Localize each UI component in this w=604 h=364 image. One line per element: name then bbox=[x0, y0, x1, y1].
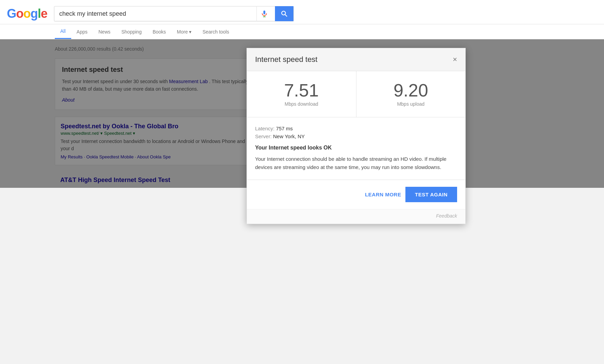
logo-o1: o bbox=[16, 6, 23, 21]
google-logo: Google bbox=[7, 6, 47, 21]
download-cell: 7.51 Mbps download bbox=[247, 71, 356, 117]
server-label: Server: bbox=[255, 133, 272, 139]
modal-title: Internet speed test bbox=[255, 55, 317, 64]
tab-apps[interactable]: Apps bbox=[71, 25, 93, 39]
tab-all[interactable]: All bbox=[55, 24, 71, 39]
logo-o2: o bbox=[23, 6, 30, 21]
nav-tabs: All Apps News Shopping Books More ▾ Sear… bbox=[0, 24, 604, 39]
tab-books[interactable]: Books bbox=[147, 25, 172, 39]
logo-l: l bbox=[38, 6, 41, 21]
modal-header: Internet speed test × bbox=[247, 48, 465, 71]
modal-footer: Feedback bbox=[247, 209, 465, 224]
mic-icon[interactable] bbox=[256, 6, 272, 21]
speed-modal: Internet speed test × 7.51 Mbps download… bbox=[247, 48, 466, 224]
latency-value: 757 ms bbox=[276, 126, 293, 131]
download-speed-value: 7.51 bbox=[254, 81, 349, 99]
latency-line: Latency: 757 ms bbox=[255, 126, 457, 131]
latency-label: Latency: bbox=[255, 126, 275, 131]
upload-cell: 9.20 Mbps upload bbox=[356, 71, 466, 117]
server-line: Server: New York, NY bbox=[255, 133, 457, 139]
header-top: Google bbox=[0, 3, 604, 24]
modal-actions: LEARN MORE TEST AGAIN bbox=[247, 180, 465, 209]
svg-rect-0 bbox=[263, 11, 265, 14]
test-again-button[interactable]: TEST AGAIN bbox=[405, 187, 457, 202]
modal-details: Latency: 757 ms Server: New York, NY You… bbox=[247, 117, 465, 180]
svg-line-4 bbox=[285, 15, 287, 17]
upload-speed-label: Mbps upload bbox=[363, 101, 459, 107]
description-text: Your Internet connection should be able … bbox=[255, 155, 457, 171]
svg-point-3 bbox=[282, 11, 286, 15]
upload-speed-value: 9.20 bbox=[363, 81, 459, 99]
close-button[interactable]: × bbox=[453, 56, 457, 63]
download-speed-label: Mbps download bbox=[254, 101, 349, 107]
tab-search-tools[interactable]: Search tools bbox=[197, 25, 235, 39]
feedback-link[interactable]: Feedback bbox=[436, 213, 457, 219]
learn-more-button[interactable]: LEARN MORE bbox=[365, 192, 401, 197]
tab-shopping[interactable]: Shopping bbox=[116, 25, 147, 39]
server-value: New York, NY bbox=[273, 133, 305, 139]
logo-e: e bbox=[41, 6, 47, 21]
search-bar bbox=[54, 6, 294, 21]
search-input[interactable] bbox=[54, 10, 256, 17]
header: Google All Apps News bbox=[0, 0, 604, 39]
logo-g2: g bbox=[30, 6, 38, 21]
status-message: Your Internet speed looks OK bbox=[255, 145, 457, 151]
search-button[interactable] bbox=[275, 6, 293, 21]
logo-g1: G bbox=[7, 6, 16, 21]
tab-more[interactable]: More ▾ bbox=[172, 25, 197, 39]
speed-numbers: 7.51 Mbps download 9.20 Mbps upload bbox=[247, 71, 465, 117]
tab-news[interactable]: News bbox=[93, 25, 116, 39]
